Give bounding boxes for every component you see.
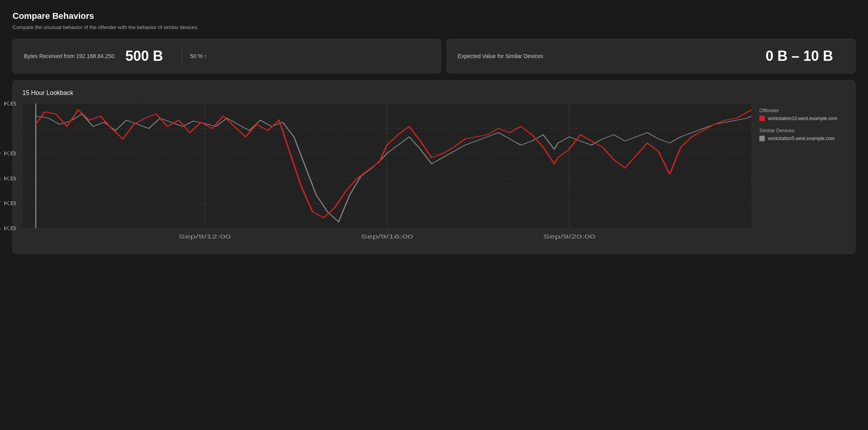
bytes-received-value: 500 B [125, 48, 163, 64]
svg-text:11 KB: 11 KB [0, 101, 16, 107]
expected-value-card: Expected Value for Similar Devices 0 B –… [447, 39, 855, 73]
svg-text:Sep/9/20:00: Sep/9/20:00 [543, 234, 595, 240]
svg-text:Sep/9/12:00: Sep/9/12:00 [179, 234, 231, 240]
line-chart: 11 KB 9 KB 8 KB 7 KB 5 KB Sep/9/12:00 Se… [22, 104, 751, 245]
page-subtitle: Compare the unusual behavior of the offe… [13, 24, 855, 30]
chart-panel: 15 Hour Lookback 11 K [13, 80, 855, 254]
offender-legend-item: workstation10.west.example.com [759, 116, 846, 121]
similar-section-title: Similar Devices [759, 128, 846, 133]
expected-value-label: Expected Value for Similar Devices [458, 53, 543, 59]
svg-text:9 KB: 9 KB [0, 151, 16, 157]
svg-text:5 KB: 5 KB [0, 226, 16, 231]
similar-color-box [759, 136, 765, 141]
chart-area: 11 KB 9 KB 8 KB 7 KB 5 KB Sep/9/12:00 Se… [22, 104, 846, 246]
expected-value-value: 0 B – 10 B [766, 48, 833, 64]
chart-legend: Offender workstation10.west.example.com … [759, 104, 846, 246]
svg-text:Sep/9/16:00: Sep/9/16:00 [361, 234, 413, 240]
svg-text:8 KB: 8 KB [0, 175, 16, 181]
offender-device-label: workstation10.west.example.com [768, 116, 837, 121]
card-divider [182, 48, 182, 64]
metric-cards: Bytes Received from 192.168.84.250 500 B… [13, 39, 855, 73]
offender-color-box [759, 116, 765, 121]
chart-container: 11 KB 9 KB 8 KB 7 KB 5 KB Sep/9/12:00 Se… [22, 104, 751, 246]
bytes-received-label: Bytes Received from 192.168.84.250 [24, 53, 114, 59]
chart-title: 15 Hour Lookback [22, 89, 846, 97]
bytes-change: 50 % ↑ [190, 53, 207, 59]
offender-section-title: Offender [759, 108, 846, 113]
svg-text:7 KB: 7 KB [0, 200, 16, 206]
bytes-received-card: Bytes Received from 192.168.84.250 500 B… [13, 39, 441, 73]
similar-device-label: workstation5.west.example.com [768, 136, 835, 141]
similar-legend-item: workstation5.west.example.com [759, 136, 846, 141]
page-title: Compare Behaviors [13, 11, 855, 21]
